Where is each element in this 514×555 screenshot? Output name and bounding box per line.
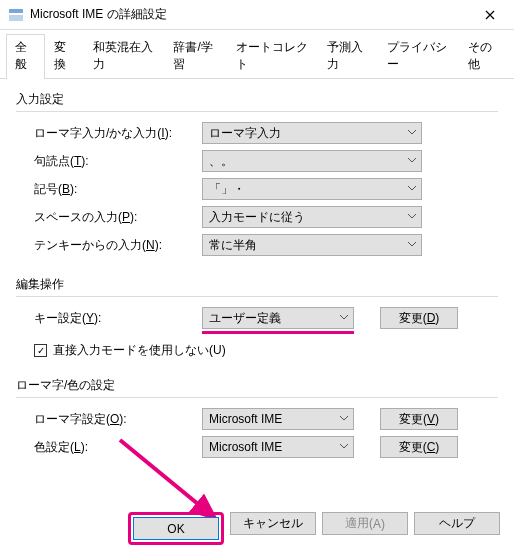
combo-value: 常に半角 bbox=[209, 237, 257, 254]
combo-value: ローマ字入力 bbox=[209, 125, 281, 142]
svg-rect-0 bbox=[9, 9, 23, 13]
group-title-edit: 編集操作 bbox=[16, 276, 498, 293]
tab-conversion[interactable]: 変換 bbox=[45, 34, 84, 78]
annotation-ok-highlight: OK bbox=[128, 512, 224, 545]
tabbar: 全般 変換 和英混在入力 辞書/学習 オートコレクト 予測入力 プライバシー そ… bbox=[0, 30, 514, 79]
combo-value: ユーザー定義 bbox=[209, 310, 281, 327]
group-romaji-color: ローマ字/色の設定 ローマ字設定(O): Microsoft IME 変更(V)… bbox=[16, 377, 498, 458]
app-icon bbox=[8, 7, 24, 23]
cancel-button[interactable]: キャンセル bbox=[230, 512, 316, 535]
chevron-down-icon bbox=[407, 210, 417, 224]
tab-other[interactable]: その他 bbox=[459, 34, 508, 78]
combo-key-settings[interactable]: ユーザー定義 bbox=[202, 307, 354, 329]
chevron-down-icon bbox=[407, 238, 417, 252]
tab-privacy[interactable]: プライバシー bbox=[378, 34, 459, 78]
footer: OK キャンセル 適用(A) ヘルプ bbox=[0, 512, 514, 545]
svg-rect-1 bbox=[9, 15, 23, 21]
combo-value: Microsoft IME bbox=[209, 412, 282, 426]
divider bbox=[16, 296, 498, 297]
chevron-down-icon bbox=[407, 182, 417, 196]
group-title-input: 入力設定 bbox=[16, 91, 498, 108]
combo-value: 、。 bbox=[209, 153, 233, 170]
chevron-down-icon bbox=[407, 154, 417, 168]
group-edit-ops: 編集操作 キー設定(Y): ユーザー定義 変更(D) ✓ 直接入力モードを使用し… bbox=[16, 276, 498, 359]
titlebar: Microsoft IME の詳細設定 bbox=[0, 0, 514, 30]
checkbox-direct-input[interactable]: ✓ bbox=[34, 344, 47, 357]
combo-color-setting[interactable]: Microsoft IME bbox=[202, 436, 354, 458]
combo-value: Microsoft IME bbox=[209, 440, 282, 454]
combo-romaji-kana[interactable]: ローマ字入力 bbox=[202, 122, 422, 144]
divider bbox=[16, 397, 498, 398]
label-tenkey: テンキーからの入力(N): bbox=[34, 237, 202, 254]
chevron-down-icon bbox=[339, 440, 349, 454]
annotation-underline bbox=[202, 331, 354, 334]
group-title-romaji-color: ローマ字/色の設定 bbox=[16, 377, 498, 394]
combo-punctuation[interactable]: 、。 bbox=[202, 150, 422, 172]
ok-button[interactable]: OK bbox=[133, 517, 219, 540]
help-button[interactable]: ヘルプ bbox=[414, 512, 500, 535]
label-symbols: 記号(B): bbox=[34, 181, 202, 198]
close-button[interactable] bbox=[467, 1, 512, 29]
tab-dictionary[interactable]: 辞書/学習 bbox=[164, 34, 227, 78]
change-key-button[interactable]: 変更(D) bbox=[380, 307, 458, 329]
label-key-settings: キー設定(Y): bbox=[34, 310, 202, 327]
content: 入力設定 ローマ字入力/かな入力(I): ローマ字入力 句読点(T): 、。 記… bbox=[0, 79, 514, 470]
combo-symbols[interactable]: 「」・ bbox=[202, 178, 422, 200]
combo-space[interactable]: 入力モードに従う bbox=[202, 206, 422, 228]
divider bbox=[16, 111, 498, 112]
change-romaji-button[interactable]: 変更(V) bbox=[380, 408, 458, 430]
label-space: スペースの入力(P): bbox=[34, 209, 202, 226]
combo-value: 「」・ bbox=[209, 181, 245, 198]
combo-value: 入力モードに従う bbox=[209, 209, 305, 226]
combo-romaji-setting[interactable]: Microsoft IME bbox=[202, 408, 354, 430]
chevron-down-icon bbox=[339, 311, 349, 325]
tab-autocorrect[interactable]: オートコレクト bbox=[227, 34, 318, 78]
chevron-down-icon bbox=[339, 412, 349, 426]
group-input-settings: 入力設定 ローマ字入力/かな入力(I): ローマ字入力 句読点(T): 、。 記… bbox=[16, 91, 498, 256]
tab-prediction[interactable]: 予測入力 bbox=[318, 34, 378, 78]
window-title: Microsoft IME の詳細設定 bbox=[30, 6, 467, 23]
apply-button[interactable]: 適用(A) bbox=[322, 512, 408, 535]
chevron-down-icon bbox=[407, 126, 417, 140]
label-romaji-kana: ローマ字入力/かな入力(I): bbox=[34, 125, 202, 142]
change-color-button[interactable]: 変更(C) bbox=[380, 436, 458, 458]
combo-tenkey[interactable]: 常に半角 bbox=[202, 234, 422, 256]
tab-mixed[interactable]: 和英混在入力 bbox=[84, 34, 165, 78]
label-punctuation: 句読点(T): bbox=[34, 153, 202, 170]
label-romaji-setting: ローマ字設定(O): bbox=[34, 411, 202, 428]
label-direct-input: 直接入力モードを使用しない(U) bbox=[53, 342, 226, 359]
tab-general[interactable]: 全般 bbox=[6, 34, 45, 78]
label-color-setting: 色設定(L): bbox=[34, 439, 202, 456]
